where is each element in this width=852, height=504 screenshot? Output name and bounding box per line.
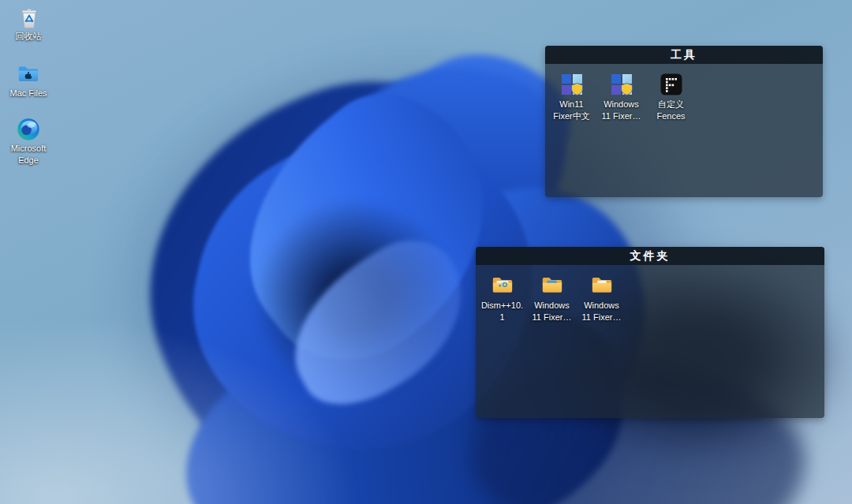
fence-tools-body: Win11 Fixer中文 Windows 11 Fixer… — [545, 64, 823, 122]
fence-folders: 文件夹 Dism++10. 1 — [476, 247, 824, 418]
fence-item-dism[interactable]: Dism++10. 1 — [477, 274, 527, 323]
desktop-icon-recycle-bin[interactable]: 回收站 — [3, 6, 54, 43]
desktop-icon-microsoft-edge[interactable]: Microsoft Edge — [3, 118, 54, 166]
fences-app-icon — [660, 73, 683, 96]
fence-item-windows-11-fixer[interactable]: Windows 11 Fixer… — [596, 73, 646, 122]
folder-blue-docs-icon — [540, 274, 564, 297]
fence-item-windows-11-fixer-folder-2[interactable]: Windows 11 Fixer… — [577, 274, 626, 323]
edge-icon — [17, 118, 40, 141]
folder-white-docs-icon — [590, 274, 614, 297]
win11-fixer-icon — [610, 73, 633, 96]
fence-folders-title-bar[interactable]: 文件夹 — [476, 247, 824, 265]
mac-folder-icon — [17, 62, 40, 86]
fence-item-label: Windows 11 Fixer… — [602, 99, 641, 122]
fence-item-label: Dism++10. 1 — [481, 300, 523, 323]
desktop-icon-label: Mac Files — [9, 88, 47, 99]
fence-item-label: Win11 Fixer中文 — [553, 99, 589, 122]
win11-fixer-icon — [560, 73, 584, 96]
fence-item-label: Windows 11 Fixer… — [582, 300, 622, 323]
desktop-icon-label: 回收站 — [16, 31, 42, 43]
desktop-icon-label: Microsoft Edge — [11, 143, 47, 166]
fence-item-windows-11-fixer-folder-1[interactable]: Windows 11 Fixer… — [527, 274, 577, 323]
fence-title-label: 工具 — [671, 48, 697, 62]
fence-item-win11-fixer-cn[interactable]: Win11 Fixer中文 — [547, 73, 596, 122]
fence-title-label: 文件夹 — [630, 249, 671, 263]
fence-tools-title-bar[interactable]: 工具 — [545, 46, 823, 64]
fence-item-label: 自定义 Fences — [656, 99, 685, 122]
folder-dism-icon — [491, 274, 514, 297]
recycle-bin-icon — [17, 6, 40, 29]
fence-tools: 工具 Win11 Fixer中文 — [545, 46, 823, 197]
desktop: 回收站 Mac Files Mi — [0, 0, 852, 504]
fence-folders-body: Dism++10. 1 Windows 11 Fixer… — [476, 265, 824, 323]
fence-item-customize-fences[interactable]: 自定义 Fences — [646, 73, 696, 122]
fence-item-label: Windows 11 Fixer… — [532, 300, 572, 323]
desktop-icon-mac-files[interactable]: Mac Files — [3, 62, 54, 99]
